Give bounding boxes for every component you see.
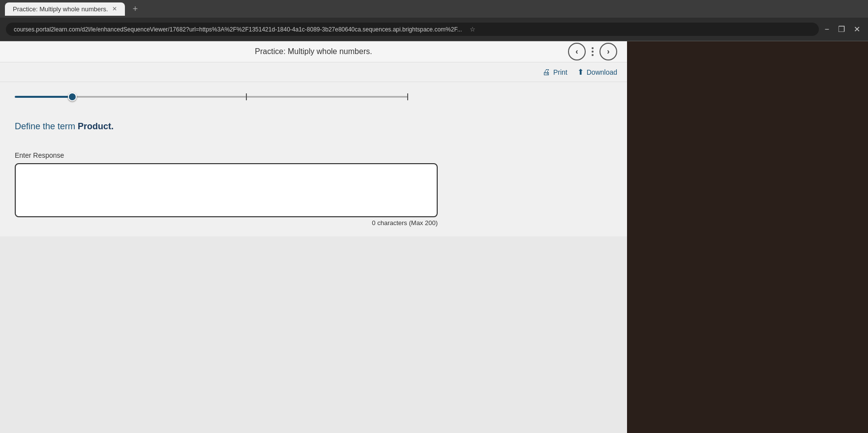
tab-close-icon[interactable]: ✕: [112, 5, 117, 12]
new-tab-button[interactable]: +: [129, 2, 142, 16]
page-content: Practice: Multiply whole numbers. ‹ › 🖨 …: [0, 41, 627, 433]
nav-next-button[interactable]: ›: [599, 43, 617, 60]
slider-tick-end: [407, 93, 408, 100]
response-label: Enter Response: [15, 151, 612, 159]
star-icon[interactable]: ☆: [470, 26, 476, 33]
more-options-button[interactable]: [592, 47, 594, 56]
remaining-page-area: [0, 236, 627, 433]
nav-buttons: ‹ ›: [568, 43, 617, 60]
browser-tab[interactable]: Practice: Multiply whole numbers. ✕: [5, 2, 125, 16]
url-text: courses.portal2learn.com/d2l/le/enhanced…: [14, 26, 462, 33]
address-bar-row: courses.portal2learn.com/d2l/le/enhanced…: [0, 18, 868, 41]
slider-filled: [15, 96, 74, 98]
browser-toolbar-icons: − ❐ ✕: [823, 23, 862, 36]
slider-thumb[interactable]: [68, 92, 77, 101]
slider-track[interactable]: [15, 92, 408, 102]
dot-1: [592, 47, 594, 49]
download-label: Download: [587, 68, 617, 76]
right-bezel: [627, 41, 868, 433]
progress-slider-area: [0, 82, 627, 107]
download-icon: ⬆: [577, 67, 584, 77]
response-area: Enter Response 0 characters (Max 200): [0, 151, 627, 236]
address-bar[interactable]: courses.portal2learn.com/d2l/le/enhanced…: [6, 23, 819, 36]
question-area: Define the term Product.: [0, 107, 627, 151]
download-button[interactable]: ⬆ Download: [577, 67, 617, 77]
toolbar-row: 🖨 Print ⬆ Download: [0, 62, 627, 82]
print-button[interactable]: 🖨 Print: [542, 68, 568, 77]
nav-prev-button[interactable]: ‹: [568, 43, 586, 60]
print-icon: 🖨: [542, 68, 550, 77]
close-button[interactable]: ✕: [852, 23, 862, 36]
page-title: Practice: Multiply whole numbers.: [255, 47, 372, 56]
question-text: Define the term Product.: [15, 121, 612, 132]
page-header: Practice: Multiply whole numbers. ‹ ›: [0, 41, 627, 62]
restore-button[interactable]: ❐: [836, 23, 847, 36]
browser-window: Practice: Multiply whole numbers. ‹ › 🖨 …: [0, 41, 868, 433]
question-term: Product.: [78, 121, 114, 131]
tab-label: Practice: Multiply whole numbers.: [13, 5, 108, 13]
print-label: Print: [553, 68, 568, 76]
response-textarea[interactable]: [15, 163, 438, 217]
dot-3: [592, 54, 594, 56]
slider-wrapper: [15, 92, 408, 102]
browser-chrome: Practice: Multiply whole numbers. ✕ +: [0, 0, 868, 18]
slider-tick-mid: [246, 93, 247, 100]
dot-2: [592, 51, 594, 53]
char-count: 0 characters (Max 200): [15, 219, 438, 227]
question-intro: Define the term: [15, 121, 78, 131]
minimize-button[interactable]: −: [823, 23, 831, 36]
